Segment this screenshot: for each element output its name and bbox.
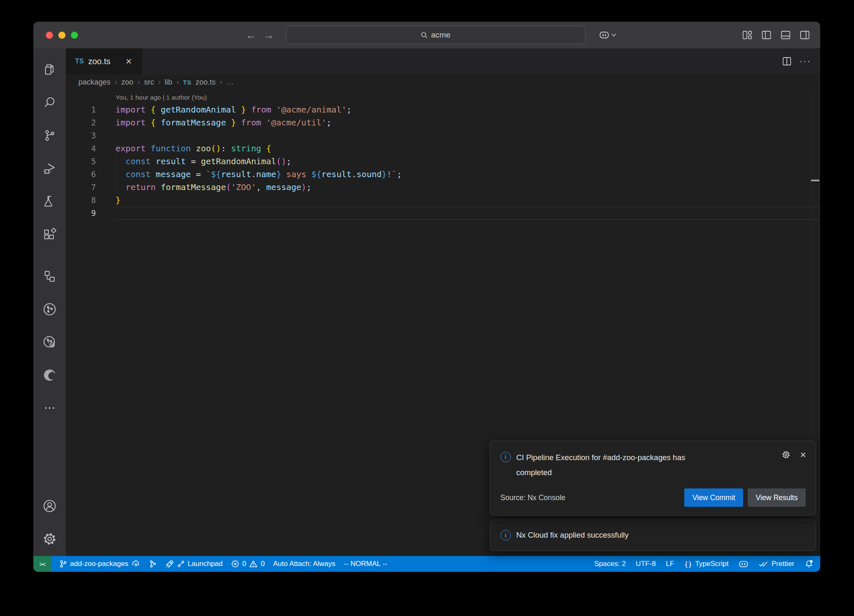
launchpad-item[interactable]: Launchpad bbox=[165, 559, 223, 568]
overview-ruler-mark bbox=[811, 180, 819, 181]
branch-icon bbox=[59, 560, 67, 568]
explorer-icon[interactable] bbox=[40, 60, 59, 79]
line-number: 9 bbox=[66, 207, 96, 220]
minimize-window-button[interactable] bbox=[58, 32, 65, 39]
view-commit-button[interactable]: View Commit bbox=[684, 488, 743, 507]
tab-zoo-ts[interactable]: TS zoo.ts ✕ bbox=[66, 48, 142, 74]
copilot-icon bbox=[599, 30, 610, 40]
language-mode-item[interactable]: {} TypeScript bbox=[684, 560, 729, 568]
code-line[interactable]: 7 return formatMessage('ZOO', message); bbox=[66, 181, 820, 194]
notification-source: Source: Nx Console bbox=[500, 493, 565, 502]
search-value: acme bbox=[431, 30, 450, 40]
code-line[interactable]: 1import { getRandomAnimal } from '@acme/… bbox=[66, 103, 820, 116]
breadcrumb-item[interactable]: packages bbox=[78, 78, 111, 87]
info-icon: i bbox=[500, 530, 511, 541]
zoom-window-button[interactable] bbox=[71, 32, 78, 39]
view-results-button[interactable]: View Results bbox=[748, 488, 806, 507]
breadcrumb-item[interactable]: src bbox=[144, 78, 154, 87]
vim-mode-item[interactable]: -- NORMAL -- bbox=[344, 560, 387, 568]
breadcrumb-separator: › bbox=[176, 78, 179, 86]
account-icon[interactable] bbox=[40, 496, 59, 516]
code-line[interactable]: 6 const message = `${result.name} says $… bbox=[66, 168, 820, 181]
double-check-icon bbox=[759, 560, 769, 568]
close-window-button[interactable] bbox=[46, 32, 53, 39]
chevron-down-icon bbox=[611, 33, 616, 37]
line-number: 8 bbox=[66, 194, 96, 207]
code-line[interactable]: 4export function zoo(): string { bbox=[66, 142, 820, 155]
run-debug-icon[interactable] bbox=[40, 159, 59, 178]
breadcrumb-item[interactable]: zoo bbox=[121, 78, 133, 87]
breadcrumb-separator: › bbox=[115, 78, 117, 86]
code-line[interactable]: 9 bbox=[66, 207, 820, 220]
more-actions-icon[interactable]: ··· bbox=[799, 56, 811, 67]
extensions-icon[interactable] bbox=[40, 225, 59, 244]
git-branch-item[interactable]: add-zoo-packages bbox=[59, 560, 141, 568]
launchpad-label: Launchpad bbox=[188, 560, 223, 568]
indentation-item[interactable]: Spaces: 2 bbox=[594, 560, 626, 568]
copilot-menu[interactable] bbox=[599, 30, 616, 40]
tab-label: zoo.ts bbox=[88, 57, 110, 66]
warnings-count: 0 bbox=[261, 560, 264, 568]
auto-attach-item[interactable]: Auto Attach: Always bbox=[273, 560, 335, 568]
problems-item[interactable]: 0 0 bbox=[231, 560, 265, 568]
back-icon[interactable]: ← bbox=[243, 30, 260, 40]
notification-toasts: i CI Pipeline Execution for #add-zoo-pac… bbox=[490, 441, 816, 551]
notification-settings-gear-icon[interactable] bbox=[781, 450, 791, 459]
breadcrumb-separator: › bbox=[138, 78, 140, 86]
breadcrumb: packages › zoo › src › lib › TS zoo.ts ›… bbox=[66, 74, 820, 90]
nx-cloud-icon[interactable] bbox=[40, 333, 59, 352]
code-line[interactable]: 2import { formatMessage } from '@acme/ut… bbox=[66, 116, 820, 129]
code-line[interactable]: 5 const result = getRandomAnimal(); bbox=[66, 155, 820, 168]
breadcrumb-item[interactable]: lib bbox=[165, 78, 172, 87]
code-line[interactable]: 3 bbox=[66, 129, 820, 142]
references-hierarchy-icon[interactable] bbox=[40, 267, 59, 286]
line-number: 6 bbox=[66, 168, 96, 181]
notification-close-icon[interactable]: ✕ bbox=[800, 450, 806, 460]
line-number: 4 bbox=[66, 142, 96, 155]
traffic-lights bbox=[33, 32, 117, 39]
remote-indicator[interactable]: >< bbox=[33, 556, 51, 572]
search-view-icon[interactable] bbox=[40, 93, 59, 112]
errors-count: 0 bbox=[242, 560, 246, 568]
git-blame-annotation[interactable]: You, 1 hour ago | 1 author (You) bbox=[116, 92, 820, 103]
rocket-icon bbox=[165, 559, 174, 568]
braces-icon: {} bbox=[684, 560, 692, 568]
customize-layout-icon[interactable] bbox=[742, 30, 753, 40]
testing-icon[interactable] bbox=[40, 192, 59, 211]
encoding-item[interactable]: UTF-8 bbox=[636, 560, 656, 568]
toggle-primary-sidebar-icon[interactable] bbox=[761, 30, 772, 40]
breadcrumb-item[interactable]: zoo.ts bbox=[196, 78, 216, 87]
source-control-icon[interactable] bbox=[40, 126, 59, 145]
split-editor-icon[interactable] bbox=[782, 56, 792, 66]
code-line[interactable]: 8} bbox=[66, 194, 820, 207]
activity-bar bbox=[33, 48, 66, 556]
forward-icon[interactable]: → bbox=[260, 30, 278, 40]
notifications-bell-item[interactable] bbox=[804, 559, 814, 568]
edge-browser-icon[interactable] bbox=[40, 366, 59, 385]
nx-console-icon[interactable] bbox=[40, 300, 59, 319]
bell-icon bbox=[804, 559, 814, 568]
eol-item[interactable]: LF bbox=[666, 560, 674, 568]
launchpad-branch-icon bbox=[177, 560, 185, 568]
toggle-secondary-sidebar-icon[interactable] bbox=[799, 30, 810, 40]
prettier-item[interactable]: Prettier bbox=[759, 560, 794, 568]
line-number: 3 bbox=[66, 129, 96, 142]
settings-gear-icon[interactable] bbox=[40, 529, 59, 548]
breadcrumb-separator: › bbox=[158, 78, 161, 86]
breadcrumb-item[interactable]: … bbox=[226, 78, 234, 87]
line-number: 5 bbox=[66, 155, 96, 168]
typescript-file-icon: TS bbox=[75, 58, 84, 65]
line-number: 1 bbox=[66, 103, 96, 116]
additional-views-icon[interactable] bbox=[40, 398, 59, 418]
notification-message: CI Pipeline Execution for #add-zoo-packa… bbox=[516, 450, 702, 480]
breadcrumb-separator: › bbox=[220, 78, 222, 86]
branch-name: add-zoo-packages bbox=[70, 560, 128, 568]
copilot-icon bbox=[738, 560, 749, 568]
tab-close-icon[interactable]: ✕ bbox=[126, 57, 132, 66]
git-graph-item[interactable] bbox=[149, 560, 157, 568]
copilot-status-item[interactable] bbox=[738, 560, 749, 568]
title-bar: ← → acme bbox=[33, 22, 820, 48]
toggle-panel-icon[interactable] bbox=[780, 30, 791, 40]
command-center-search[interactable]: acme bbox=[286, 26, 585, 44]
notification-message: Nx Cloud fix applied successfully bbox=[516, 531, 628, 540]
